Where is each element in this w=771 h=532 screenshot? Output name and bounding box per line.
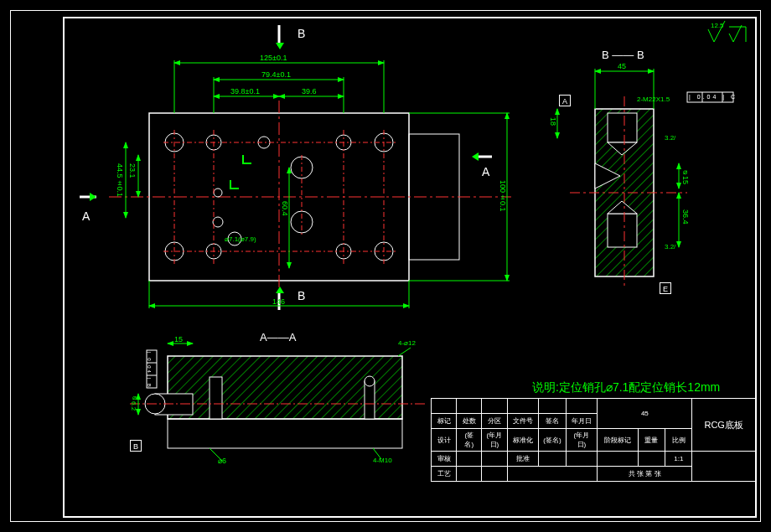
tol-004c: | 0.04 | C — [689, 94, 737, 100]
section-a-right-label: A — [482, 165, 489, 178]
datum-a-box: A — [559, 95, 571, 106]
svg-rect-49 — [608, 214, 637, 247]
dim-44: 44.5±0.1 — [116, 163, 124, 197]
section-arrow-b-bot — [276, 287, 284, 293]
title-block: 45 RCG底板 标记 处数 分区 文件号 签名 年月日 设计 (签名) (年月… — [431, 398, 756, 482]
dim-phi6: ⌀6 — [218, 457, 226, 465]
svg-point-11 — [214, 189, 222, 197]
svg-rect-66 — [365, 381, 375, 419]
dim-15b: 15 — [174, 335, 183, 343]
svg-rect-65 — [210, 377, 222, 419]
section-a-left-label: A — [82, 209, 90, 223]
svg-rect-48 — [608, 113, 637, 142]
section-arrow-a-left — [90, 193, 96, 201]
section-bb-title: B —— B — [602, 49, 644, 61]
dim-18: 18 — [549, 117, 557, 126]
dim-23: 23.1 — [128, 163, 137, 178]
dim-45: 45 — [618, 62, 626, 70]
dim-phi15: ⌀15 — [681, 168, 690, 184]
section-aa — [130, 343, 427, 461]
dim-hole71: ⌀7.1(⌀7.9) — [225, 235, 256, 243]
svg-point-67 — [365, 376, 375, 386]
dim-146: 146 — [272, 297, 285, 306]
svg-text:12.5: 12.5 — [711, 22, 724, 29]
top-view — [80, 25, 511, 310]
tol-004b: | 0.04 | B — [147, 352, 152, 389]
dim-396: 39.6 — [302, 87, 317, 96]
svg-rect-62 — [168, 419, 402, 448]
svg-line-73 — [398, 348, 411, 356]
surface-finish-symbol: 12.5 — [708, 21, 746, 42]
section-aa-title: A——A — [260, 331, 296, 343]
drawing-note: 说明:定位销孔⌀7.1配定位销长12mm — [532, 380, 720, 395]
dim-364: 36.4 — [681, 209, 690, 225]
section-b-top-label: B — [298, 27, 305, 40]
dim-4phi12: 4-⌀12 — [398, 339, 416, 347]
dim-100: 100±0.1 — [499, 180, 507, 212]
dim-79: 79.4±0.1 — [261, 70, 291, 79]
surf-32a: 3.2/ — [665, 134, 675, 142]
svg-point-13 — [213, 217, 223, 227]
section-arrow-a-right — [472, 152, 479, 161]
section-arrow-b-top — [276, 43, 284, 49]
datum-b-bottom-box: B — [130, 440, 142, 452]
dim-m22: 2-M22X1.5 — [637, 96, 670, 103]
dim-604: 60.4 — [281, 201, 289, 216]
surf-32b: 3.2/ — [665, 243, 675, 251]
dim-125: 125±0.1 — [260, 54, 287, 62]
dim-phi62: ⌀6.2 — [130, 394, 137, 411]
dim-4m10: 4-M10 — [373, 457, 392, 464]
section-b-bottom-label: B — [298, 289, 305, 302]
datum-e-box: E — [660, 282, 671, 294]
dim-398: 39.8±0.1 — [230, 87, 260, 96]
